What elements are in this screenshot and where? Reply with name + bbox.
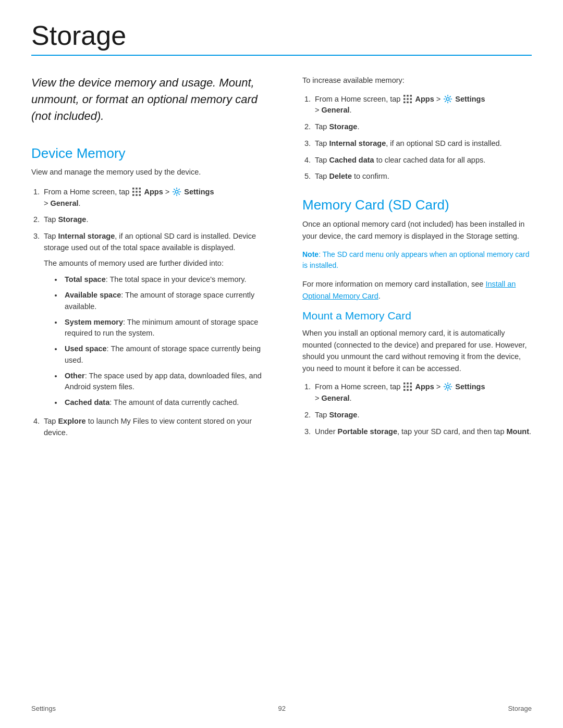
install-memory-card-link[interactable]: Install an Optional Memory Card <box>302 280 516 300</box>
footer-right: Storage <box>508 705 532 712</box>
device-memory-step-3: Tap Internal storage, if an optional SD … <box>42 231 276 409</box>
device-memory-step-2: Tap Storage. <box>42 214 276 226</box>
memory-card-section: Memory Card (SD Card) Once an optional m… <box>302 197 532 437</box>
bullet-used-space: Used space: The amount of storage space … <box>63 343 276 366</box>
memory-card-heading: Memory Card (SD Card) <box>302 197 532 213</box>
increase-step-2: Tap Storage. <box>313 121 532 133</box>
mount-memory-heading: Mount a Memory Card <box>302 309 532 322</box>
svg-point-19 <box>446 97 449 101</box>
note-text: Note: The SD card menu only appears when… <box>302 249 532 271</box>
memory-amounts-text: The amounts of memory used are further d… <box>44 258 276 269</box>
svg-rect-28 <box>410 389 412 391</box>
svg-rect-13 <box>403 98 406 100</box>
svg-rect-18 <box>410 101 412 103</box>
increase-step-3: Tap Internal storage, if an optional SD … <box>313 138 532 150</box>
svg-rect-11 <box>407 95 409 97</box>
svg-rect-17 <box>407 101 409 103</box>
gear-icon-3 <box>443 382 452 391</box>
svg-rect-21 <box>407 382 409 385</box>
bullet-cached-data: Cached data: The amount of data currentl… <box>63 397 276 409</box>
increase-step-1: From a Home screen, tap <box>313 94 532 117</box>
gear-icon <box>172 187 181 196</box>
device-memory-step-4: Tap Explore to launch My Files to view c… <box>42 416 276 439</box>
svg-rect-6 <box>132 194 134 196</box>
footer-left: Settings <box>31 705 56 712</box>
page-title: Storage <box>31 21 532 51</box>
increase-memory-section: To increase available memory: From a Hom… <box>302 75 532 182</box>
svg-rect-0 <box>132 188 134 190</box>
svg-rect-5 <box>139 191 141 193</box>
device-memory-steps: From a Home screen, tap <box>42 187 276 439</box>
svg-rect-8 <box>139 194 141 196</box>
svg-rect-1 <box>136 188 138 190</box>
right-column: To increase available memory: From a Hom… <box>302 75 532 445</box>
svg-rect-16 <box>403 101 406 103</box>
intro-text: View the device memory and usage. Mount,… <box>31 75 276 125</box>
svg-rect-12 <box>410 95 412 97</box>
footer-center: 92 <box>278 705 285 712</box>
device-memory-heading: Device Memory <box>31 145 276 162</box>
more-info-text: For more information on memory card inst… <box>302 278 532 302</box>
svg-rect-14 <box>407 98 409 100</box>
svg-rect-27 <box>407 389 409 391</box>
apps-icon <box>132 187 141 196</box>
left-column: View the device memory and usage. Mount,… <box>31 75 276 445</box>
bullet-available-space: Available space: The amount of storage s… <box>63 290 276 313</box>
memory-card-intro: Once an optional memory card (not includ… <box>302 218 532 242</box>
bullet-system-memory: System memory: The minimum amount of sto… <box>63 317 276 340</box>
mount-step-2: Tap Storage. <box>313 410 532 421</box>
increase-step-5: Tap Delete to confirm. <box>313 171 532 182</box>
mount-steps: From a Home screen, tap <box>313 381 532 437</box>
svg-rect-7 <box>136 194 138 196</box>
svg-rect-2 <box>139 188 141 190</box>
page-footer: Settings 92 Storage <box>0 705 563 712</box>
svg-rect-3 <box>132 191 134 193</box>
svg-rect-24 <box>407 386 409 388</box>
svg-point-9 <box>175 190 178 193</box>
bullet-other: Other: The space used by app data, downl… <box>63 371 276 393</box>
svg-point-29 <box>446 386 449 389</box>
settings-label: Settings <box>184 188 214 196</box>
apps-icon-2 <box>403 94 412 104</box>
device-memory-subtext: View and manage the memory used by the d… <box>31 167 276 178</box>
gear-icon-2 <box>443 94 452 104</box>
svg-rect-22 <box>410 382 412 385</box>
svg-rect-25 <box>410 386 412 388</box>
device-memory-section: Device Memory View and manage the memory… <box>31 145 276 438</box>
apps-icon-3 <box>403 382 412 391</box>
svg-rect-23 <box>403 386 406 388</box>
mount-intro-text: When you install an optional memory card… <box>302 327 532 374</box>
mount-step-3: Under Portable storage, tap your SD card… <box>313 426 532 438</box>
bullet-total-space: Total space: The total space in your dev… <box>63 274 276 286</box>
apps-label: Apps <box>144 188 163 196</box>
svg-rect-4 <box>136 191 138 193</box>
title-divider <box>31 55 532 56</box>
increase-memory-steps: From a Home screen, tap <box>313 94 532 183</box>
svg-rect-15 <box>410 98 412 100</box>
memory-bullets: Total space: The total space in your dev… <box>63 274 276 409</box>
svg-rect-26 <box>403 389 406 391</box>
increase-step-4: Tap Cached data to clear cached data for… <box>313 155 532 166</box>
svg-rect-10 <box>403 95 406 97</box>
svg-rect-20 <box>403 382 406 385</box>
mount-step-1: From a Home screen, tap <box>313 381 532 404</box>
increase-memory-heading: To increase available memory: <box>302 75 532 86</box>
device-memory-step-1: From a Home screen, tap <box>42 187 276 209</box>
